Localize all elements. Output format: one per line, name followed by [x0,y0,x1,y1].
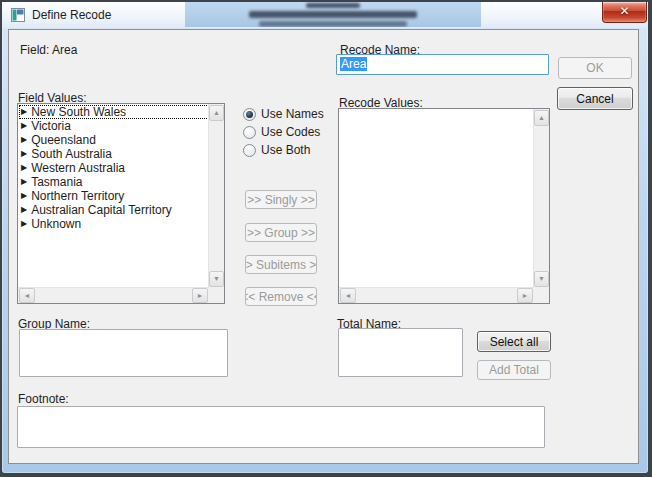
radio-dot-use-both[interactable] [243,144,256,157]
radio-use-names[interactable]: Use Names [243,107,324,121]
list-item[interactable]: ▶South Australia [19,147,209,161]
radio-label-use-both[interactable]: Use Both [261,143,310,157]
singly-button[interactable]: >> Singly >> [245,190,317,209]
cancel-button-label: Cancel [576,92,613,106]
list-item[interactable]: ▶New South Wales [19,105,209,119]
list-item[interactable]: ▶Queensland [19,133,209,147]
scroll-up-icon[interactable]: ▲ [209,105,224,121]
list-item-label: Victoria [31,119,71,133]
field-values-list-content: ▶New South Wales▶Victoria▶Queensland▶Sou… [18,104,209,288]
item-arrow-icon: ▶ [21,105,27,119]
recode-values-list-content [339,109,534,288]
list-item-label: Unknown [31,217,81,231]
dialog-frame: Define Recode ✕ Field: Area Recode Name:… [2,2,648,473]
scroll-right-icon[interactable]: ► [192,288,208,303]
item-arrow-icon: ▶ [21,147,27,161]
recode-name-input[interactable]: Area [336,54,549,75]
list-item[interactable]: ▶Northern Territory [19,189,209,203]
list-item[interactable]: ▶Australian Capital Territory [19,203,209,217]
select-all-button-label: Select all [490,335,539,349]
dialog-title: Define Recode [32,8,111,22]
list-item-label: South Australia [31,147,112,161]
footnote-label: Footnote: [18,392,69,406]
field-values-vscrollbar[interactable]: ▲ ▼ [208,104,224,288]
titlebar[interactable]: Define Recode ✕ [2,2,648,28]
list-item[interactable]: ▶Western Australia [19,161,209,175]
cancel-button[interactable]: Cancel [557,87,633,110]
remove-button-label: << Remove << [245,290,317,304]
scroll-right-icon[interactable]: ► [517,288,533,303]
add-total-button-label: Add Total [489,363,539,377]
list-item-label: New South Wales [31,105,126,119]
list-item-label: Western Australia [31,161,125,175]
total-name-input[interactable] [338,328,463,377]
item-arrow-icon: ▶ [21,133,27,147]
group-name-input[interactable] [19,329,228,377]
field-values-list[interactable]: ▶New South Wales▶Victoria▶Queensland▶Sou… [17,103,225,304]
select-all-button[interactable]: Select all [477,331,551,352]
recode-values-hscrollbar[interactable]: ◄ ► [339,287,534,303]
scroll-down-icon[interactable]: ▼ [534,271,549,287]
radio-dot-use-names[interactable] [243,108,256,121]
item-arrow-icon: ▶ [21,175,27,189]
group-button-label: >> Group >> [247,226,315,240]
field-label: Field: Area [20,43,77,57]
dialog-body: Field: Area Recode Name: Area OK Cancel … [8,29,639,464]
list-item-label: Northern Territory [31,189,124,203]
list-item[interactable]: ▶Victoria [19,119,209,133]
radio-label-use-names[interactable]: Use Names [261,107,324,121]
list-item-label: Australian Capital Territory [31,203,172,217]
list-item-label: Tasmania [31,175,82,189]
radio-use-codes[interactable]: Use Codes [243,125,320,139]
scroll-left-icon[interactable]: ◄ [19,288,35,303]
item-arrow-icon: ▶ [21,203,27,217]
field-values-hscrollbar[interactable]: ◄ ► [18,287,209,303]
group-button[interactable]: >> Group >> [245,223,317,242]
footnote-input[interactable] [17,406,545,448]
scroll-left-icon[interactable]: ◄ [340,288,356,303]
scrollbar-corner [534,288,549,303]
ok-button-label: OK [586,61,603,75]
item-arrow-icon: ▶ [21,119,27,133]
item-arrow-icon: ▶ [21,161,27,175]
list-item-label: Queensland [31,133,96,147]
blurred-text-line [249,11,417,18]
window-icon [11,8,25,22]
define-recode-dialog: Define Recode ✕ Field: Area Recode Name:… [0,0,652,477]
close-icon: ✕ [619,4,629,18]
singly-button-label: >> Singly >> [247,193,314,207]
recode-name-selected-text: Area [340,57,367,71]
item-arrow-icon: ▶ [21,189,27,203]
blurred-text-line [306,3,360,8]
recode-values-vscrollbar[interactable]: ▲ ▼ [533,109,549,288]
scrollbar-corner [209,288,224,303]
ok-button[interactable]: OK [558,57,632,79]
subitems-button[interactable]: >> Subitems >> [245,255,317,274]
remove-button[interactable]: << Remove << [245,287,317,306]
subitems-button-label: >> Subitems >> [245,258,317,272]
scroll-down-icon[interactable]: ▼ [209,271,224,287]
item-arrow-icon: ▶ [21,217,27,231]
list-item[interactable]: ▶Tasmania [19,175,209,189]
radio-label-use-codes[interactable]: Use Codes [261,125,320,139]
close-button[interactable]: ✕ [602,2,647,23]
background-window-blur [185,2,481,27]
radio-use-both[interactable]: Use Both [243,143,310,157]
scroll-up-icon[interactable]: ▲ [534,110,549,126]
radio-dot-use-codes[interactable] [243,126,256,139]
blurred-text-line [259,21,407,27]
add-total-button[interactable]: Add Total [477,360,551,380]
list-item[interactable]: ▶Unknown [19,217,209,231]
recode-values-list[interactable]: ▲ ▼ ◄ ► [338,108,550,304]
